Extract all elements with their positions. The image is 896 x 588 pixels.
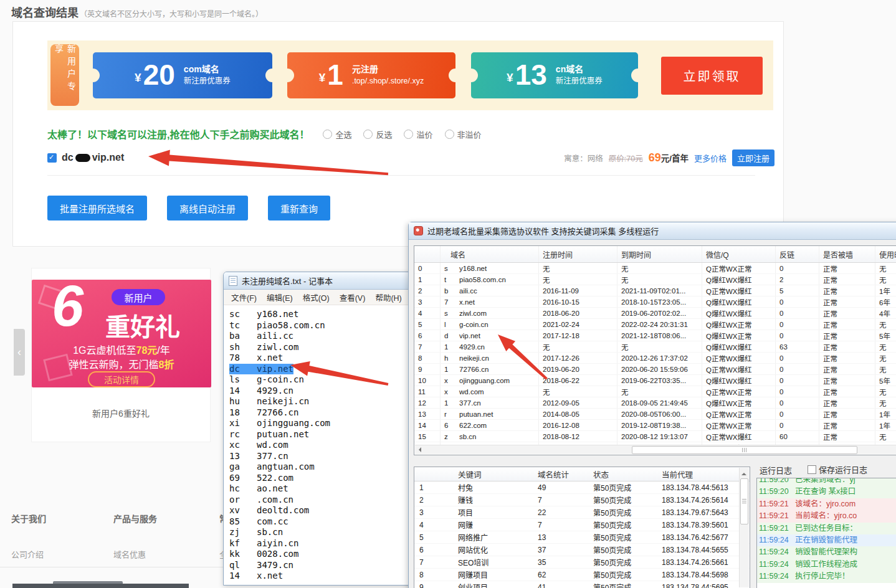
keyword-table-row[interactable]: 9创业项目41第50页完成183.134.78.44:5695 [414, 581, 750, 588]
promo-card[interactable]: 6 新用户 重好礼 1G云虚机低至78元/年 弹性云新购，无门槛8折 活动详情 … [31, 268, 211, 442]
radio-icon[interactable] [404, 130, 413, 139]
coupon-one-yuan[interactable]: ¥ 1 元注册 .top/.shop/.store/.xyz [287, 52, 455, 98]
scroll-up-icon[interactable] [741, 470, 746, 475]
keyword-table-row[interactable]: 5网络推广13第50页完成183.134.76.42:5677 [414, 531, 750, 544]
vertical-scrollbar[interactable] [739, 468, 749, 587]
notepad-line[interactable]: kk0028.com [229, 549, 412, 560]
log-line[interactable]: 11:59:20已采集到域名：yj [757, 478, 896, 486]
activity-detail-button[interactable]: 活动详情 [88, 371, 155, 387]
menu-file[interactable]: 文件(F) [226, 292, 262, 303]
keyword-table-row[interactable]: 1村兔49第50页完成183.134.78.44:5613 [414, 481, 750, 494]
register-now-button[interactable]: 立即注册 [732, 149, 774, 166]
log-line[interactable]: 11:59:24正在销毁智能代理 [757, 534, 896, 546]
radio-icon[interactable] [363, 130, 373, 139]
notepad-line[interactable]: dcvip.net [229, 364, 412, 375]
col-status[interactable]: 状态 [588, 467, 657, 481]
menu-edit[interactable]: 编辑(E) [262, 292, 298, 303]
domain-table-row[interactable]: 146622.com2016-12-082019-12-08T19:38...Q… [414, 420, 896, 431]
coupon-cn[interactable]: ¥ 13 cn域名 新注册优惠券 [471, 52, 638, 98]
col-reg-date[interactable]: 注册时间 [539, 246, 617, 262]
col-keyword[interactable]: 关键词 [453, 467, 533, 481]
col-domain-count[interactable]: 域名统计 [533, 467, 588, 481]
col-index[interactable] [414, 246, 441, 262]
domain-checkbox[interactable] [47, 153, 57, 163]
domain-table-row[interactable]: 13rputuan.net2014-08-052020-08-05T06:00.… [414, 409, 896, 420]
notepad-line[interactable]: 1872766.cn [229, 407, 412, 419]
more-prices-link[interactable]: 更多价格 [694, 152, 727, 164]
col-blocked[interactable]: 是否被墙 [819, 246, 875, 262]
log-line[interactable]: 11:59:24执行停止完毕！ [757, 571, 896, 582]
log-line[interactable]: 11:59:24销毁工作线程池成 [757, 559, 896, 571]
filter-premium[interactable]: 溢价 [404, 128, 432, 140]
scrollbar-thumb[interactable] [740, 478, 748, 524]
domain-table-row[interactable]: 9172766.cn2019-06-202020-06-20 15:59:06Q… [414, 364, 896, 375]
domain-table-row[interactable]: 1tpiao58.com.cn无无Q爆红WX爆红2正常无 [414, 274, 896, 285]
notepad-line[interactable]: sn.cc [229, 582, 412, 586]
col-wechat-q[interactable]: 微信/Q [702, 246, 776, 262]
requery-button[interactable]: 重新查询 [268, 196, 330, 220]
notepad-line[interactable]: xiojingguang.com [229, 418, 412, 429]
log-line[interactable]: 11:59:21当前域名：yjro.co [757, 510, 896, 522]
notepad-line[interactable]: 13377.cn [229, 451, 412, 462]
log-line[interactable]: 11:59:21该域名：yjro.com [757, 498, 896, 510]
notepad-line[interactable]: hcao.net [229, 483, 412, 495]
filter-select-all[interactable]: 全选 [323, 128, 351, 140]
notepad-line[interactable]: shziwl.com [229, 342, 412, 353]
promo-banner[interactable]: 6 新用户 重好礼 1G云虚机低至78元/年 弹性云新购，无门槛8折 活动详情 [32, 280, 211, 387]
col-backlinks[interactable]: 反链 [776, 246, 819, 262]
domain-table-row[interactable]: 0sy168.net无无Q正常WX正常0正常无 [414, 263, 896, 274]
collector-titlebar[interactable]: 过期老域名批量采集筛选协议软件 支持按关键词采集 多线程运行 [409, 222, 896, 240]
notepad-line[interactable]: 14x.net [229, 571, 412, 582]
filter-invert[interactable]: 反选 [363, 128, 392, 140]
notepad-line[interactable]: zjsb.cn [229, 527, 412, 538]
domain-table-row[interactable]: 4sziwl.com2018-06-202019-06-20T02:02...Q… [414, 308, 896, 319]
keyword-table-row[interactable]: 2赚钱7第50页完成183.134.74.26:5614 [414, 494, 750, 506]
keyword-table-row[interactable]: 4网赚7第50页完成183.134.78.39:5601 [414, 519, 750, 531]
domain-table-row[interactable]: 121377.cn2012-09-052018-09-05 21:49:45Q爆… [414, 397, 896, 409]
notepad-line[interactable]: huneikeji.cn [229, 396, 412, 407]
col-current-proxy[interactable]: 当前代理 [657, 467, 740, 481]
domain-table-row[interactable]: 6dvip.net2017-12-182021-12-18T08:06...Q爆… [414, 330, 896, 341]
domain-table-row[interactable]: 5lg-coin.cn2021-02-242022-02-24 20:31:31… [414, 319, 896, 330]
keyword-table-row[interactable]: 3项目22第50页完成183.134.79.67:5643 [414, 506, 750, 519]
notepad-line[interactable]: ql3479.cn [229, 560, 412, 571]
notepad-line[interactable]: tcpiao58.com.cn [229, 320, 412, 331]
col-expire-date[interactable]: 到期时间 [617, 246, 702, 262]
carousel-prev-button[interactable]: ‹ [14, 329, 25, 376]
domain-table-row[interactable]: 2baili.cc2016-11-092021-11-09T02:01...Q正… [414, 285, 896, 296]
keyword-table-row[interactable]: 8网赚项目62第50页完成183.134.78.44:5698 [414, 569, 750, 581]
domain-table-row[interactable]: 37x.net2016-10-152018-10-15T23:05...Q爆红W… [414, 296, 896, 308]
domain-table-row[interactable]: 15zsb.cn2018-08-122020-08-12 19:13:07Q正常… [414, 431, 896, 442]
notepad-line[interactable]: lsg-coin.cn [229, 374, 412, 386]
batch-register-button[interactable]: 批量注册所选域名 [47, 196, 147, 220]
notepad-titlebar[interactable]: 未注册纯域名.txt - 记事本 [224, 272, 413, 290]
log-line[interactable]: 11:59:20正在查询 某x接口 [757, 486, 896, 498]
notepad-line[interactable]: 69522.com [229, 473, 412, 484]
claim-coupon-button[interactable]: 立即领取 [661, 57, 763, 95]
col-usage-time[interactable]: 使用时 [875, 246, 896, 262]
col-index[interactable] [414, 467, 453, 481]
horizontal-scrollbar[interactable] [415, 445, 896, 454]
menu-format[interactable]: 格式(O) [298, 292, 335, 303]
keyword-table-row[interactable]: 7SEO培训35第50页完成183.134.74.26:5661 [414, 556, 750, 569]
radio-icon[interactable] [323, 130, 332, 139]
notepad-line[interactable]: 78x.net [229, 353, 412, 364]
notepad-text-area[interactable]: scy168.nettcpiao58.com.cnbaaili.ccshziwl… [224, 305, 412, 585]
log-line[interactable]: 11:59:24销毁智能代理架构 [757, 546, 896, 558]
col-domain[interactable]: 域名 [441, 246, 539, 262]
domain-table-row[interactable]: 8hneikeji.cn2017-12-262020-12-26 17:37:0… [414, 353, 896, 364]
notepad-line[interactable]: kfaiyin.cn [229, 538, 412, 549]
coupon-com[interactable]: ¥ 20 com域名 新注册优惠券 [93, 52, 272, 98]
notepad-line[interactable]: rcputuan.net [229, 429, 412, 440]
radio-icon[interactable] [445, 130, 454, 139]
notepad-line[interactable]: or.com.cn [229, 495, 412, 506]
scroll-left-icon[interactable] [416, 447, 421, 452]
domain-table-row[interactable]: 714929.cn无无Q爆红WX爆红63正常无 [414, 341, 896, 353]
notepad-line[interactable]: gaangtuan.com [229, 462, 412, 473]
notepad-line[interactable]: 144929.cn [229, 386, 412, 397]
save-log-checkbox-row[interactable]: 保存运行日志 [808, 463, 867, 475]
footer-link-company[interactable]: 公司介绍 [11, 548, 44, 560]
notepad-line[interactable]: baaili.cc [229, 331, 412, 342]
scrollbar-thumb[interactable] [632, 446, 857, 454]
log-line[interactable]: 11:59:21已到达任务目标： [757, 523, 896, 534]
